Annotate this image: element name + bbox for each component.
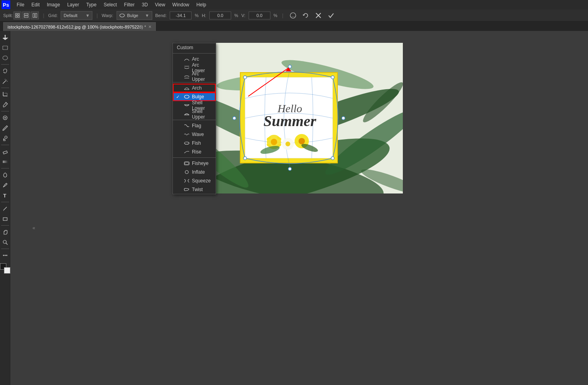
menu-help[interactable]: Help xyxy=(193,1,209,8)
warp-item-arch[interactable]: Arch xyxy=(173,84,216,92)
canvas-area: « xyxy=(10,31,588,385)
tool-hand[interactable] xyxy=(0,227,10,237)
warp-item-twist[interactable]: Twist xyxy=(173,185,216,194)
svg-rect-1 xyxy=(18,13,19,15)
svg-point-58 xyxy=(288,65,291,68)
svg-point-28 xyxy=(5,136,7,138)
svg-point-34 xyxy=(3,240,6,243)
tool-select-rect[interactable] xyxy=(0,43,10,52)
tool-stamp[interactable] xyxy=(0,134,10,143)
tab-bar: istockphoto-1267027898-612x612.jpg @ 100… xyxy=(0,21,588,31)
grid-dropdown[interactable]: Default ▼ xyxy=(61,11,92,20)
svg-point-55 xyxy=(331,76,334,79)
tool-path-select[interactable] xyxy=(0,204,10,213)
arc-warp-icon xyxy=(184,56,190,62)
menu-edit[interactable]: Edit xyxy=(28,1,43,8)
twist-warp-icon xyxy=(184,187,190,192)
menu-window[interactable]: Window xyxy=(169,1,193,8)
tool-type[interactable]: T xyxy=(0,191,10,200)
options-extra-icon[interactable]: ... xyxy=(288,11,298,20)
tool-move[interactable] xyxy=(0,33,10,42)
warp-item-shell-upper[interactable]: Shell Upper xyxy=(173,110,216,119)
svg-point-86 xyxy=(185,170,188,174)
warp-dropdown-trigger[interactable]: Bulge ▼ xyxy=(117,11,152,20)
warp-custom-item: Custom xyxy=(173,43,216,52)
warp-item-fish[interactable]: Fish xyxy=(173,139,216,147)
toolbar-sep-1 xyxy=(1,64,9,65)
toolbar-sep-6 xyxy=(1,202,9,202)
v-percent: % xyxy=(274,13,278,18)
svg-point-37 xyxy=(4,255,6,256)
tool-zoom[interactable] xyxy=(0,238,10,247)
squeeze-warp-icon xyxy=(184,178,190,184)
tool-gradient[interactable] xyxy=(0,157,10,167)
shell-upper-warp-icon xyxy=(184,111,190,117)
tool-brush[interactable] xyxy=(0,123,10,133)
toolbar-sep-7 xyxy=(1,225,9,226)
tool-eraser[interactable] xyxy=(0,147,10,156)
tab-main[interactable]: istockphoto-1267027898-612x612.jpg @ 100… xyxy=(3,22,156,31)
options-bar: Split: | Grid: Default ▼ | Warp: Bulge ▼… xyxy=(0,10,588,21)
tool-magic-wand[interactable] xyxy=(0,77,10,86)
tab-close-icon[interactable]: ✕ xyxy=(148,25,151,29)
warp-item-squeeze[interactable]: Squeeze xyxy=(173,176,216,185)
svg-rect-4 xyxy=(24,13,28,15)
warp-sep-4 xyxy=(173,157,216,158)
menu-image[interactable]: Image xyxy=(44,1,63,8)
background-color[interactable] xyxy=(4,267,10,274)
v-input[interactable] xyxy=(249,11,270,19)
svg-line-24 xyxy=(6,103,6,104)
toolbar-sep-8 xyxy=(1,249,9,249)
commit-warp-icon[interactable] xyxy=(326,11,336,20)
arc-lower-warp-icon xyxy=(184,65,190,71)
warp-item-wave[interactable]: Wave xyxy=(173,130,216,139)
menu-layer[interactable]: Layer xyxy=(64,1,82,8)
tool-select-ellipse[interactable] xyxy=(0,53,10,63)
wave-warp-icon xyxy=(184,132,190,137)
menu-file[interactable]: File xyxy=(13,1,27,8)
menu-select[interactable]: Select xyxy=(100,1,120,8)
svg-point-67 xyxy=(285,142,290,146)
tool-blur[interactable] xyxy=(0,170,10,180)
rise-warp-icon xyxy=(184,149,190,155)
warp-item-flag[interactable]: Flag xyxy=(173,121,216,130)
warp-item-arc-upper[interactable]: Arc Upper xyxy=(173,72,216,81)
toolbar-sep-5 xyxy=(1,168,9,169)
tool-extra[interactable] xyxy=(0,251,10,260)
warp-style-menu: Custom Arc Arc Lower Arc Upper xyxy=(172,43,216,194)
toolbar-sep-3 xyxy=(1,111,9,111)
warp-item-fisheye[interactable]: Fisheye xyxy=(173,159,216,168)
menu-type[interactable]: Type xyxy=(83,1,100,8)
split-v-icon[interactable] xyxy=(31,11,39,19)
undo-icon[interactable] xyxy=(301,11,310,20)
bend-input[interactable] xyxy=(170,11,192,19)
split-grid-icon[interactable] xyxy=(13,11,21,19)
app-logo: Ps xyxy=(2,0,10,9)
tool-shape[interactable] xyxy=(0,214,10,224)
svg-rect-5 xyxy=(24,16,28,17)
svg-text:Summer: Summer xyxy=(263,113,316,129)
tool-pen[interactable] xyxy=(0,180,10,190)
fish-warp-icon xyxy=(184,140,190,146)
tool-crop[interactable] xyxy=(0,90,10,99)
menu-filter[interactable]: Filter xyxy=(121,1,138,8)
svg-point-36 xyxy=(3,255,4,256)
flag-warp-icon xyxy=(184,123,190,128)
tool-lasso[interactable] xyxy=(0,66,10,76)
cancel-warp-icon[interactable] xyxy=(314,11,323,20)
menu-3d[interactable]: 3D xyxy=(138,1,151,8)
main-area: T « xyxy=(0,31,588,385)
tool-heal[interactable] xyxy=(0,113,10,123)
menu-view[interactable]: View xyxy=(152,1,169,8)
svg-line-35 xyxy=(6,243,8,245)
h-input[interactable] xyxy=(209,11,231,19)
color-swatches[interactable] xyxy=(0,263,10,274)
tool-eyedropper[interactable] xyxy=(0,100,10,109)
warp-item-inflate[interactable]: Inflate xyxy=(173,168,216,176)
svg-rect-6 xyxy=(33,13,34,17)
panel-collapse-arrow[interactable]: « xyxy=(33,225,35,231)
split-h-icon[interactable] xyxy=(22,11,30,19)
warp-item-rise[interactable]: Rise xyxy=(173,147,216,156)
svg-rect-0 xyxy=(15,13,17,15)
svg-point-60 xyxy=(342,117,345,120)
